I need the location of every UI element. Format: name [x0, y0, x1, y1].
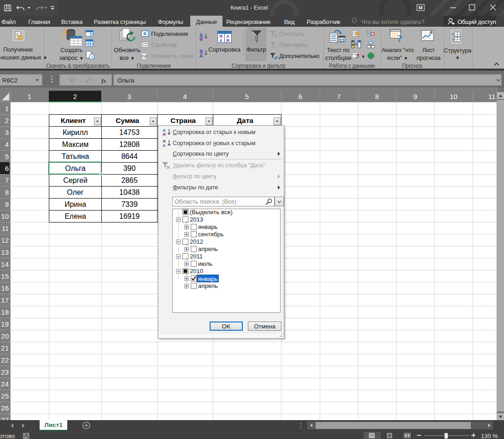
svg-text:?: ? [397, 33, 402, 43]
svg-text:Я: Я [226, 38, 229, 43]
svg-text:А: А [199, 53, 203, 58]
svg-text:А: А [219, 38, 223, 43]
svg-text:Я: Я [163, 132, 165, 137]
svg-text:Я: Я [199, 37, 203, 41]
svg-text:А: А [163, 143, 166, 148]
svg-text:fx: fx [101, 77, 106, 84]
